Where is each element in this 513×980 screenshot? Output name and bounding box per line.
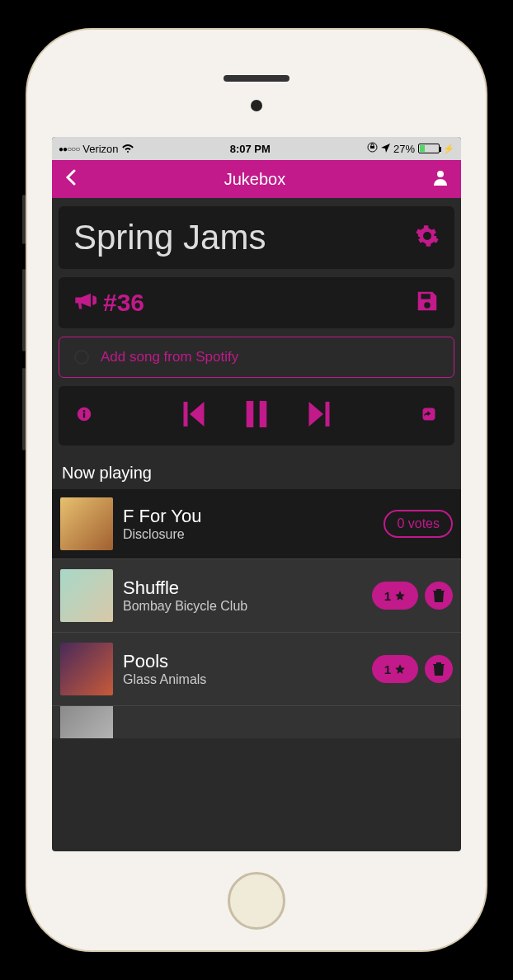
album-art — [60, 497, 113, 550]
phone-speaker — [224, 75, 289, 82]
playback-controls — [59, 386, 454, 445]
queue-track-title: Shuffle — [123, 577, 362, 599]
delete-button[interactable] — [425, 655, 453, 683]
delete-button[interactable] — [425, 582, 453, 610]
playlist-header-card: Spring Jams — [59, 206, 454, 269]
svg-rect-6 — [247, 401, 254, 427]
megaphone-icon — [73, 289, 96, 317]
album-art — [60, 705, 113, 738]
queue-track-artist: Glass Animals — [123, 672, 362, 687]
phone-camera — [251, 100, 262, 111]
previous-button[interactable] — [183, 402, 205, 430]
queue-row[interactable]: Shuffle Bombay Bicycle Club 1 — [52, 558, 461, 632]
svg-rect-8 — [326, 402, 330, 426]
svg-rect-7 — [260, 401, 267, 427]
battery-icon — [418, 144, 440, 153]
playlist-title: Spring Jams — [73, 218, 266, 257]
location-icon — [381, 143, 390, 155]
now-playing-artist: Disclosure — [123, 527, 374, 542]
settings-button[interactable] — [415, 224, 440, 252]
app-header: Jukebox — [52, 160, 461, 198]
room-number: #36 — [103, 289, 144, 317]
spotify-icon — [74, 350, 89, 365]
next-button[interactable] — [308, 402, 330, 430]
share-button[interactable] — [421, 407, 436, 425]
add-song-button[interactable]: Add song from Spotify — [59, 337, 454, 378]
status-bar: ●●○○○ Verizon 8:07 PM 27% ⚡ — [52, 137, 461, 160]
info-button[interactable] — [77, 407, 92, 425]
queue-row[interactable]: Pools Glass Animals 1 — [52, 632, 461, 705]
room-card: #36 — [59, 277, 454, 328]
profile-button[interactable] — [433, 169, 448, 189]
album-art — [60, 643, 113, 695]
add-song-label: Add song from Spotify — [101, 349, 238, 365]
screen: ●●○○○ Verizon 8:07 PM 27% ⚡ — [52, 137, 461, 851]
page-title: Jukebox — [224, 170, 286, 189]
vote-count-pill[interactable]: 0 votes — [384, 510, 453, 538]
charging-icon: ⚡ — [443, 144, 454, 154]
svg-point-4 — [83, 410, 86, 412]
album-art — [60, 569, 113, 622]
svg-rect-5 — [184, 402, 188, 426]
star-icon — [394, 663, 406, 675]
back-button[interactable] — [65, 169, 77, 189]
phone-frame: ●●○○○ Verizon 8:07 PM 27% ⚡ — [26, 28, 487, 952]
queue-row[interactable] — [52, 705, 461, 738]
svg-point-1 — [437, 171, 444, 177]
signal-dots-icon: ●●○○○ — [59, 144, 79, 153]
queue-track-title: Pools — [123, 651, 362, 672]
orientation-lock-icon — [367, 142, 378, 155]
pause-button[interactable] — [246, 401, 267, 431]
wifi-icon — [122, 143, 134, 155]
vote-button[interactable]: 1 — [372, 582, 418, 610]
battery-pct-label: 27% — [393, 143, 415, 155]
svg-rect-3 — [83, 413, 85, 418]
home-button[interactable] — [228, 872, 285, 930]
now-playing-label: Now playing — [52, 454, 461, 489]
vote-button[interactable]: 1 — [372, 655, 418, 683]
now-playing-title: F For You — [123, 506, 374, 527]
trash-icon — [433, 662, 445, 676]
queue-track-artist: Bombay Bicycle Club — [123, 599, 362, 614]
now-playing-row[interactable]: F For You Disclosure 0 votes — [52, 489, 461, 558]
carrier-label: Verizon — [82, 143, 118, 155]
clock-label: 8:07 PM — [230, 143, 271, 155]
save-button[interactable] — [415, 289, 440, 317]
trash-icon — [433, 589, 445, 602]
star-icon — [394, 590, 406, 601]
